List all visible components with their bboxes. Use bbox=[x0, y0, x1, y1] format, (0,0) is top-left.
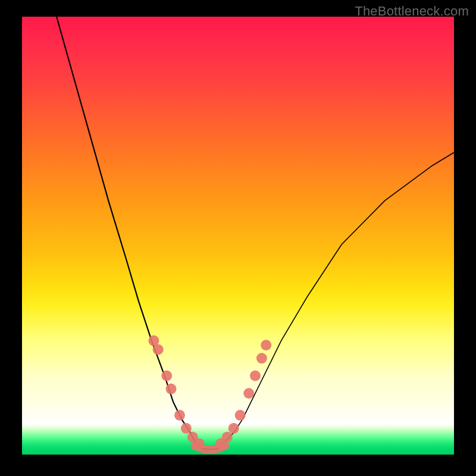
dot-left-5 bbox=[181, 423, 192, 434]
curve-left-curve bbox=[57, 17, 203, 446]
watermark-text: TheBottleneck.com bbox=[355, 4, 469, 19]
dot-group bbox=[148, 336, 271, 450]
dot-left-4 bbox=[174, 410, 185, 421]
dot-right-6 bbox=[256, 353, 267, 364]
chart-curves-svg bbox=[22, 17, 454, 455]
chart-plot-area bbox=[22, 17, 454, 455]
dot-right-5 bbox=[250, 371, 261, 381]
dot-left-1 bbox=[153, 344, 164, 355]
curve-group bbox=[57, 17, 454, 449]
dot-right-3 bbox=[235, 410, 246, 421]
dot-left-2 bbox=[161, 371, 172, 381]
dot-right-7 bbox=[261, 340, 271, 350]
dot-left-3 bbox=[166, 384, 177, 394]
dot-right-2 bbox=[228, 423, 239, 434]
dot-right-4 bbox=[243, 388, 254, 399]
dot-right-1 bbox=[222, 432, 233, 443]
dot-left-7 bbox=[194, 439, 205, 449]
curve-right-curve bbox=[217, 152, 454, 446]
